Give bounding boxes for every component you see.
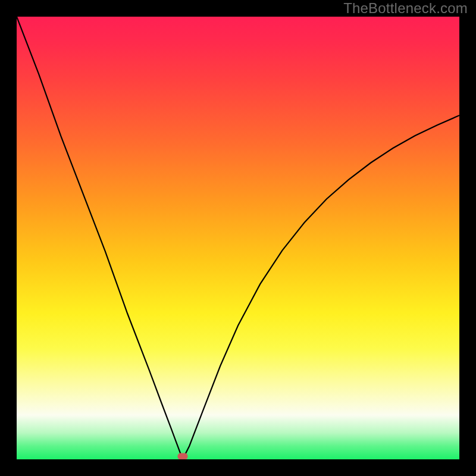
watermark-text: TheBottleneck.com [343, 0, 468, 17]
curve-path [17, 17, 459, 459]
minimum-marker-icon [178, 453, 188, 460]
plot-area [17, 17, 459, 459]
bottleneck-curve [17, 17, 459, 459]
chart-container: TheBottleneck.com [0, 0, 476, 476]
